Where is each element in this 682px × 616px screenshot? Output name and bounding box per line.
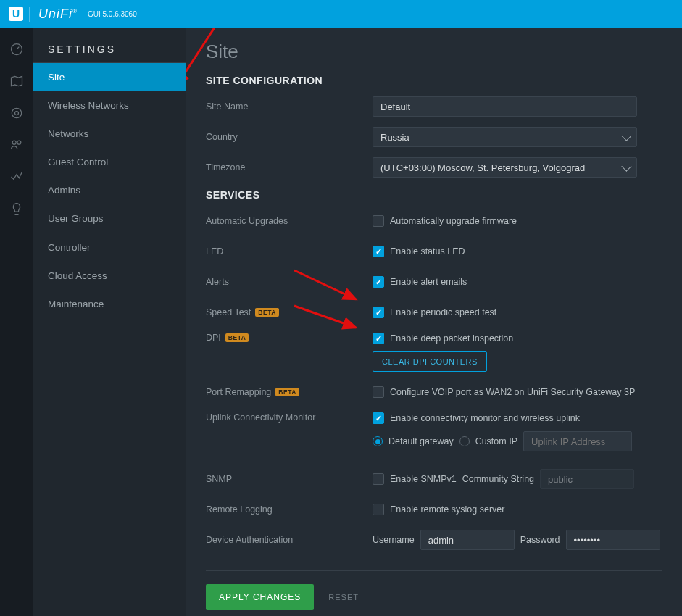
password-input[interactable] <box>566 530 660 550</box>
label-password: Password <box>520 535 560 545</box>
opt-auto-upgrade: Automatically upgrade firmware <box>390 216 517 226</box>
section-site-config: SITE CONFIGURATION <box>206 75 662 86</box>
checkbox-snmp[interactable] <box>373 473 384 485</box>
radio-default-gateway[interactable] <box>373 436 383 446</box>
label-community-string: Community String <box>462 474 534 484</box>
badge-beta: BETA <box>225 333 249 342</box>
icon-rail <box>0 28 33 616</box>
label-dpi: DPIBETA <box>206 333 373 343</box>
dashboard-icon[interactable] <box>9 42 24 57</box>
checkbox-speedtest[interactable] <box>373 307 384 318</box>
map-icon[interactable] <box>9 74 24 88</box>
sidebar-item-controller[interactable]: Controller <box>33 233 186 262</box>
sidebar-item-admins[interactable]: Admins <box>33 176 186 204</box>
sidebar-item-usergroups[interactable]: User Groups <box>33 204 186 233</box>
sidebar-item-site[interactable]: Site <box>33 63 186 91</box>
logo-icon: U <box>9 7 23 21</box>
opt-remote-logging: Enable remote syslog server <box>390 504 504 515</box>
opt-alerts: Enable alert emails <box>390 277 467 287</box>
checkbox-alerts[interactable] <box>373 276 384 288</box>
opt-speedtest: Enable periodic speed test <box>390 307 496 317</box>
checkbox-port-remap[interactable] <box>373 386 384 398</box>
opt-dpi: Enable deep packet inspection <box>390 333 513 344</box>
opt-default-gw: Default gateway <box>388 436 454 446</box>
clear-dpi-button[interactable]: CLEAR DPI COUNTERS <box>373 351 487 372</box>
brand-text: UniFi® <box>29 7 78 22</box>
opt-custom-ip: Custom IP <box>475 436 517 446</box>
label-auto-upgrade: Automatic Upgrades <box>206 216 373 226</box>
sidebar-item-networks[interactable]: Networks <box>33 120 186 148</box>
reset-button[interactable]: RESET <box>328 593 359 602</box>
sidebar-item-wireless[interactable]: Wireless Networks <box>33 91 186 120</box>
username-input[interactable] <box>420 530 515 550</box>
opt-port-remap: Configure VOIP port as WAN2 on UniFi Sec… <box>390 387 635 397</box>
settings-sidebar: SETTINGS Site Wireless Networks Networks… <box>33 28 186 616</box>
main-content: Site SITE CONFIGURATION Site Name Countr… <box>186 28 682 616</box>
apply-changes-button[interactable]: APPLY CHANGES <box>206 584 314 610</box>
label-port-remap: Port RemappingBETA <box>206 387 373 397</box>
label-device-auth: Device Authentication <box>206 535 373 545</box>
sidebar-item-cloud[interactable]: Cloud Access <box>33 262 186 290</box>
checkbox-auto-upgrade[interactable] <box>373 215 384 227</box>
label-username: Username <box>373 535 415 545</box>
site-name-input[interactable] <box>373 96 637 117</box>
topbar: U UniFi® GUI 5.0.6.3060 <box>0 0 682 28</box>
opt-led: Enable status LED <box>390 246 465 257</box>
uplink-ip-input[interactable] <box>523 431 632 451</box>
insights-icon[interactable] <box>9 201 24 216</box>
clients-icon[interactable] <box>9 138 24 152</box>
badge-beta: BETA <box>275 388 299 396</box>
checkbox-dpi[interactable] <box>373 333 384 344</box>
stats-icon[interactable] <box>9 170 24 184</box>
checkbox-led[interactable] <box>373 246 384 257</box>
sidebar-item-guest[interactable]: Guest Control <box>33 148 186 176</box>
svg-point-3 <box>12 141 16 144</box>
section-services: SERVICES <box>206 189 662 201</box>
label-country: Country <box>206 132 373 142</box>
devices-icon[interactable] <box>9 106 24 120</box>
badge-beta: BETA <box>255 308 279 317</box>
radio-custom-ip[interactable] <box>459 436 470 446</box>
page-title: Site <box>206 41 662 63</box>
community-string-input[interactable] <box>540 469 634 489</box>
label-timezone: Timezone <box>206 162 373 172</box>
chevron-down-icon <box>621 131 631 141</box>
settings-heading: SETTINGS <box>33 38 186 63</box>
label-uplink: Uplink Connectivity Monitor <box>206 412 373 423</box>
opt-uplink: Enable connectivity monitor and wireless… <box>390 413 580 423</box>
svg-point-4 <box>17 141 21 144</box>
checkbox-uplink[interactable] <box>373 412 384 424</box>
label-snmp: SNMP <box>206 474 373 484</box>
svg-point-1 <box>15 112 19 115</box>
label-remote-logging: Remote Logging <box>206 504 373 515</box>
checkbox-remote-logging[interactable] <box>373 504 384 515</box>
svg-point-2 <box>12 108 21 117</box>
label-speedtest: Speed TestBETA <box>206 307 373 317</box>
gui-version: GUI 5.0.6.3060 <box>88 10 137 18</box>
country-select[interactable]: Russia <box>373 127 637 147</box>
label-alerts: Alerts <box>206 277 373 287</box>
label-site-name: Site Name <box>206 101 373 112</box>
opt-snmp: Enable SNMPv1 <box>390 474 457 484</box>
sidebar-item-maintenance[interactable]: Maintenance <box>33 290 186 318</box>
label-led: LED <box>206 246 373 257</box>
chevron-down-icon <box>621 162 631 172</box>
timezone-select[interactable]: (UTC+03:00) Moscow, St. Petersburg, Volg… <box>373 157 637 178</box>
